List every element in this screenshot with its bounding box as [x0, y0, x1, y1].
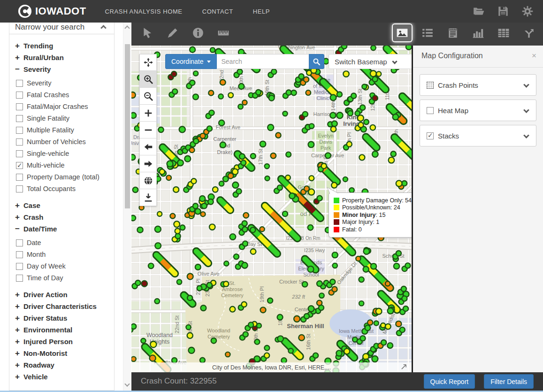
checkbox-day-of-week[interactable] [16, 263, 23, 270]
filter-item-single-vehicle[interactable]: Single-vehicle [16, 148, 111, 160]
table-grid-button[interactable] [494, 24, 513, 41]
draw-pencil-button[interactable] [163, 24, 182, 41]
zoom-plus-button[interactable] [139, 105, 157, 122]
filter-item-single-fatality[interactable]: Single Fatality [16, 113, 111, 124]
checkbox-date[interactable] [16, 239, 23, 246]
checkbox-single-vehicle[interactable] [16, 150, 23, 157]
filter-item-total-occupants[interactable]: Total Occupants [16, 183, 111, 195]
scroll-up-icon[interactable] [124, 25, 130, 31]
filter-item-property-damage-total[interactable]: Property Damage (total) [16, 171, 111, 183]
sidebar-section-driver-characteristics[interactable]: +Driver Characteristics [15, 300, 111, 312]
checkbox-number-of-vehicles[interactable] [16, 138, 23, 146]
sidebar-section-injured-person[interactable]: +Injured Person [15, 336, 111, 347]
filter-details-button[interactable]: Filter Details [484, 374, 534, 389]
svg-text:Park: Park [321, 145, 331, 151]
coordinate-dropdown-button[interactable]: Coordinate [165, 54, 217, 69]
svg-text:Crocker St: Crocker St [279, 279, 304, 284]
sidebar-section-driver-status[interactable]: +Driver Status [15, 312, 111, 324]
checkbox-group-date-time: DateMonthDay of WeekTime of Day [15, 237, 111, 284]
sidebar-section-driver-action[interactable]: +Driver Action [15, 289, 111, 300]
sidebar-section-rural-urban[interactable]: +Rural/Urban [15, 52, 111, 63]
search-input[interactable] [217, 54, 309, 69]
nav-link-crash-analysis-home[interactable]: CRASH ANALYSIS HOME [105, 8, 183, 15]
sidebar-section-trending[interactable]: +Trending [15, 40, 111, 52]
filter-item-multiple-fatality[interactable]: Multiple Fatality [16, 124, 111, 136]
filter-item-multi-vehicle[interactable]: Multi-vehicle [16, 160, 111, 171]
checkbox-property-damage-total[interactable] [16, 174, 23, 181]
tooltip-text: Minor Injury: 15 [342, 212, 385, 218]
layer-toggle-stacks[interactable]: Stacks [420, 125, 536, 146]
split-fork-button[interactable] [520, 24, 538, 41]
filter-item-fatal-crashes[interactable]: Fatal Crashes [16, 89, 111, 101]
legend-swatch [334, 198, 339, 203]
filter-item-date[interactable]: Date [16, 237, 111, 249]
identify-info-button[interactable] [189, 24, 207, 41]
filter-item-number-of-vehicles[interactable]: Number of Vehicles [16, 136, 111, 148]
attribution-expand-icon[interactable] [401, 364, 407, 370]
measure-ruler-button[interactable] [214, 24, 233, 41]
save-icon[interactable] [497, 5, 509, 17]
sidebar-section-vehicle[interactable]: +Vehicle [15, 371, 111, 383]
brand-text: IOWADOT [35, 5, 86, 17]
map-nav-controls [139, 54, 157, 206]
checkbox-heat-map[interactable] [427, 107, 434, 114]
layer-toggle-crash-points[interactable]: Crash Points [420, 74, 536, 96]
close-icon[interactable]: × [532, 51, 536, 61]
collapse-up-icon[interactable] [100, 25, 107, 31]
nav-link-help[interactable]: HELP [253, 8, 270, 15]
filter-label: Number of Vehicles [27, 138, 86, 146]
checkbox-group-severity: SeverityFatal CrashesFatal/Major Crashes… [15, 77, 111, 195]
layer-toggle-heat-map[interactable]: Heat Map [420, 100, 536, 121]
sidebar-section-severity[interactable]: −Severity [15, 63, 111, 75]
checkbox-time-of-day[interactable] [16, 275, 23, 282]
checkbox-multiple-fatality[interactable] [16, 127, 23, 134]
sidebar-section-roadway[interactable]: +Roadway [15, 359, 111, 371]
previous-extent-button[interactable] [139, 138, 157, 155]
checkbox-fatal-crashes[interactable] [16, 92, 23, 99]
pan-button[interactable] [139, 54, 157, 71]
checkbox-severity[interactable] [16, 80, 23, 87]
brand-logo[interactable]: IOWADOT [18, 4, 86, 18]
sidebar-section-non-motorist[interactable]: +Non-Motorist [15, 347, 111, 359]
sidebar-section-date-time[interactable]: −Date/Time [15, 223, 111, 235]
folder-open-icon[interactable] [473, 5, 485, 17]
filter-item-month[interactable]: Month [16, 249, 111, 261]
sidebar-header[interactable]: Narrow your search [9, 21, 114, 34]
screenshot-image-button[interactable] [393, 24, 412, 41]
sidebar-section-environmental[interactable]: +Environmental [15, 324, 111, 336]
filter-item-day-of-week[interactable]: Day of Week [16, 261, 111, 272]
nav-link-contact[interactable]: CONTACT [202, 8, 233, 15]
settings-icon[interactable] [521, 5, 534, 17]
quick-report-button[interactable]: Quick Report [424, 374, 475, 389]
svg-text:Day St: Day St [246, 241, 262, 247]
chart-bars-button[interactable] [469, 24, 488, 41]
expand-icon: + [15, 290, 23, 300]
legend-list-button[interactable] [418, 24, 437, 41]
checkbox-stacks[interactable] [427, 132, 434, 139]
search-button[interactable] [309, 54, 324, 69]
report-document-button[interactable] [444, 24, 462, 41]
scroll-down-icon[interactable] [124, 381, 130, 386]
select-arrow-button[interactable] [138, 24, 157, 41]
checkbox-fatal-major-crashes[interactable] [16, 103, 23, 110]
sidebar-scrollbar[interactable] [123, 21, 131, 391]
checkbox-multi-vehicle[interactable] [16, 162, 23, 169]
zoom-in-button[interactable] [139, 71, 157, 88]
filter-item-time-of-day[interactable]: Time of Day [16, 272, 111, 284]
checkbox-total-occupants[interactable] [16, 185, 23, 192]
zoom-out-button[interactable] [139, 88, 157, 105]
sidebar-section-crash[interactable]: +Crash [15, 211, 111, 223]
section-label: Crash [23, 213, 44, 221]
filter-item-fatal-major-crashes[interactable]: Fatal/Major Crashes [16, 101, 111, 113]
scrollbar-thumb[interactable] [125, 44, 130, 208]
switch-basemap-button[interactable]: Switch Basemap [329, 54, 412, 69]
checkbox-month[interactable] [16, 251, 23, 258]
sidebar-section-case[interactable]: +Case [15, 200, 111, 211]
checkbox-crash-points[interactable] [427, 82, 434, 89]
full-extent-button[interactable] [139, 172, 157, 189]
next-extent-button[interactable] [139, 155, 157, 172]
filter-item-severity[interactable]: Severity [16, 77, 111, 89]
checkbox-single-fatality[interactable] [16, 115, 23, 122]
download-button[interactable] [139, 189, 157, 206]
zoom-minus-button[interactable] [139, 122, 157, 138]
